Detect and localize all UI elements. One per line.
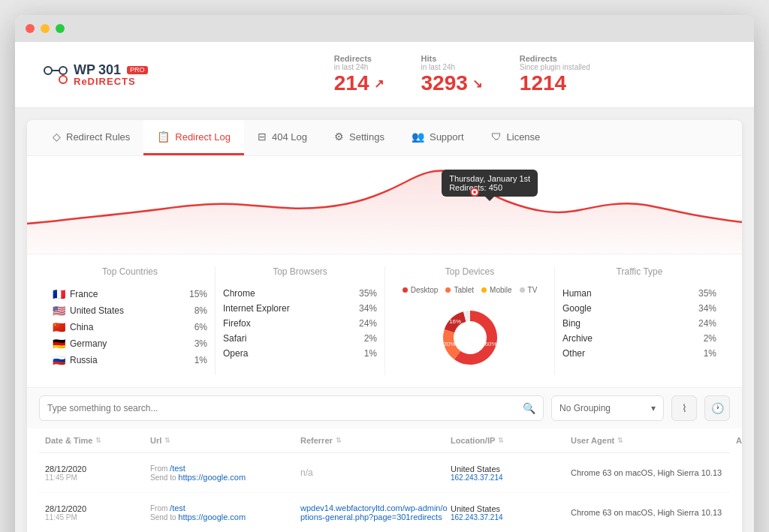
col-url[interactable]: Url ⇅ [150,436,300,445]
browser-name: Opera [223,348,248,359]
tab-redirect-rules[interactable]: ◇ Redirect Rules [39,120,143,155]
history-button[interactable]: 🕐 [704,395,730,421]
traffic-row: Google34% [562,301,716,316]
actions-cell: 🗑 [736,500,742,524]
browser-row: Safari2% [223,331,377,346]
browser-pct: 24% [359,318,377,329]
country-name: 🇩🇪Germany [53,338,107,350]
referrer-cell: n/a [300,467,451,478]
legend-dot [520,287,525,293]
url-from[interactable]: /test [170,503,185,512]
search-input-wrap: 🔍 [39,395,544,421]
traffic-name: Google [562,303,592,314]
legend-dot [445,287,451,293]
traffic-name: Human [562,288,592,299]
tab-settings[interactable]: ⚙ Settings [321,120,398,155]
top-devices-col: Top Devices DesktopTabletMobileTV 60%20%… [384,266,554,375]
browser-name: Internet Explorer [223,303,290,314]
donut-label-1: 20% [443,341,455,347]
tab-label-settings: Settings [349,131,384,143]
tab-support[interactable]: 👥 Support [398,120,478,155]
traffic-name: Archive [562,333,593,344]
country-pct: 1% [195,355,207,365]
url-to[interactable]: https://google.com [178,473,246,482]
col-location[interactable]: Location/IP ⇅ [451,436,571,445]
traffic-type-col: Traffic Type Human35%Google34%Bing24%Arc… [554,266,724,375]
bar-chart-icon: ⌇ [682,402,687,414]
country-row: 🇷🇺Russia1% [53,352,207,368]
stat-sublabel-1: in last 24h [421,63,482,71]
svg-point-0 [44,67,52,74]
tabs-bar: ◇ Redirect Rules 📋 Redirect Log ⊟ 404 Lo… [27,120,742,156]
tooltip-value: Redirects: 450 [449,183,530,192]
traffic-row: Archive2% [562,331,716,346]
browser-pct: 34% [359,303,377,314]
svg-point-1 [59,67,67,74]
col-referrer[interactable]: Referrer ⇅ [300,436,451,445]
country-label: Germany [70,338,107,349]
grouping-select[interactable]: No Grouping ▾ [551,395,664,421]
url-to[interactable]: https://google.com [178,512,246,521]
redirect-rules-icon: ◇ [53,131,61,143]
legend-dot [481,287,487,293]
url-from[interactable]: /test [170,464,185,473]
traffic-type-title: Traffic Type [562,266,716,277]
legend-item: Mobile [481,286,511,294]
search-icon[interactable]: 🔍 [523,402,535,414]
main-content: ◇ Redirect Rules 📋 Redirect Log ⊟ 404 Lo… [27,120,742,532]
chart-area: Thursday, January 1st Redirects: 450 [27,156,742,254]
tooltip-date: Thursday, January 1st [449,174,530,183]
col-agent[interactable]: User Agent ⇅ [571,436,736,445]
search-bar-area: 🔍 No Grouping ▾ ⌇ 🕐 [27,387,742,428]
donut-label-2: 16% [449,318,461,325]
sort-icon-referrer: ⇅ [336,437,342,444]
url-cell: From /test Send to https://google.com [150,464,300,482]
tab-404-log[interactable]: ⊟ 404 Log [244,120,321,155]
legend-label: TV [528,286,538,294]
date-cell: 28/12/202011:45 PM [45,504,150,521]
logo-area: WP 301 PRO ReDIRECTS [38,57,148,93]
minimize-button[interactable] [41,24,50,33]
tab-redirect-log[interactable]: 📋 Redirect Log [143,120,244,155]
country-label: France [70,289,98,299]
close-button[interactable] [26,24,35,33]
location-cell: United States 162.243.37.214 [451,504,571,521]
traffic-pct: 24% [698,318,716,329]
browser-row: Chrome35% [223,286,377,301]
svg-point-3 [59,76,67,83]
country-name: 🇺🇸United States [53,305,124,317]
tab-license[interactable]: 🛡 License [478,120,554,155]
legend-label: Tablet [454,286,474,294]
location-ip[interactable]: 162.243.37.214 [451,513,571,521]
location-cell: United States 162.243.37.214 [451,464,571,482]
maximize-button[interactable] [56,24,65,33]
logo-redirects: ReDIRECTS [74,77,148,86]
country-row: 🇺🇸United States8% [53,302,207,319]
col-actions: Actions [736,436,742,445]
legend-label: Desktop [411,286,439,294]
stats-group: Redirects in last 24h 214 ↗ Hits in last… [193,54,731,95]
referrer-cell[interactable]: wpdev14.webfactoryltd.com/wp-admin/optio… [300,503,451,521]
location-ip[interactable]: 162.243.37.214 [451,473,571,482]
tab-label-redirect-rules: Redirect Rules [66,131,130,143]
country-label: China [70,322,93,332]
titlebar [15,15,754,42]
stat-value-2: 1214 [520,71,566,95]
table-section: Date & Time ⇅ Url ⇅ Referrer ⇅ Location/… [27,428,742,532]
stat-label-1: Hits [421,54,482,63]
stat-redirects-24h: Redirects in last 24h 214 ↗ [334,54,384,95]
browser-pct: 1% [364,348,377,359]
search-input[interactable] [47,398,517,419]
country-row: 🇩🇪Germany3% [53,335,207,352]
traffic-row: Other1% [562,346,716,361]
stats-section: Top Countries 🇫🇷France15%🇺🇸United States… [27,254,742,387]
traffic-row: Human35% [562,286,716,301]
col-date-time[interactable]: Date & Time ⇅ [45,436,150,445]
donut-label-0: 60% [484,341,496,347]
browser-name: Chrome [223,288,255,299]
chart-view-button[interactable]: ⌇ [671,395,697,421]
logo-text: WP 301 PRO ReDIRECTS [74,63,148,86]
country-row: 🇨🇳China6% [53,319,207,335]
country-flag: 🇺🇸 [53,305,65,317]
country-flag: 🇨🇳 [53,321,65,333]
